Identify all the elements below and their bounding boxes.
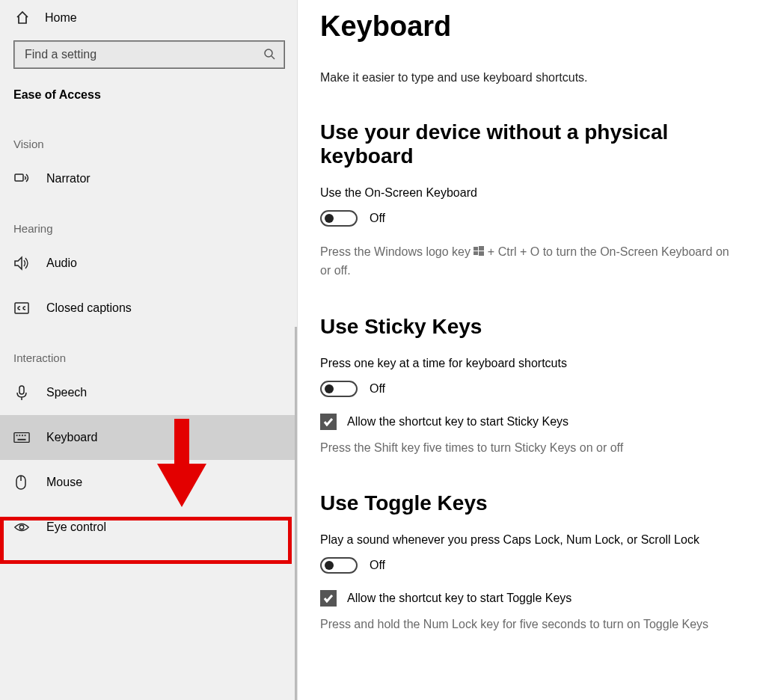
sidebar-item-closed-captions[interactable]: Closed captions bbox=[0, 286, 297, 331]
group-interaction-title: Interaction bbox=[0, 331, 297, 370]
audio-icon bbox=[13, 255, 30, 271]
sticky-shortcut-checkbox[interactable] bbox=[320, 414, 337, 430]
svg-rect-7 bbox=[19, 435, 20, 436]
svg-rect-3 bbox=[15, 303, 28, 313]
search-input[interactable] bbox=[14, 48, 254, 61]
svg-rect-17 bbox=[479, 251, 484, 256]
onscreen-keyboard-toggle[interactable] bbox=[320, 210, 358, 227]
sidebar-item-label: Eye control bbox=[46, 521, 106, 534]
svg-rect-14 bbox=[474, 247, 478, 251]
sidebar-item-label: Audio bbox=[46, 257, 77, 270]
category-title: Ease of Access bbox=[0, 85, 297, 117]
svg-point-13 bbox=[19, 525, 24, 529]
svg-rect-8 bbox=[22, 435, 23, 436]
windows-logo-icon bbox=[474, 244, 484, 254]
page-title: Keyboard bbox=[320, 10, 739, 43]
svg-rect-15 bbox=[479, 246, 484, 251]
section-togglekeys-title: Use Toggle Keys bbox=[320, 491, 739, 515]
togglekeys-label: Play a sound whenever you press Caps Loc… bbox=[320, 533, 739, 547]
narrator-icon bbox=[13, 171, 30, 187]
sidebar-item-keyboard[interactable]: Keyboard bbox=[0, 415, 297, 460]
sticky-checkbox-label: Allow the shortcut key to start Sticky K… bbox=[347, 415, 569, 429]
scrollbar[interactable] bbox=[295, 327, 297, 700]
closed-captions-icon bbox=[13, 300, 30, 316]
togglekeys-hint: Press and hold the Num Lock key for five… bbox=[320, 615, 739, 634]
svg-rect-6 bbox=[16, 435, 18, 436]
sidebar-item-eye-control[interactable]: Eye control bbox=[0, 505, 297, 550]
section-onscreen-title: Use your device without a physical keybo… bbox=[320, 120, 739, 168]
svg-rect-16 bbox=[474, 251, 478, 255]
sidebar-item-mouse[interactable]: Mouse bbox=[0, 460, 297, 505]
svg-rect-2 bbox=[15, 174, 23, 181]
keyboard-icon bbox=[13, 431, 30, 444]
sidebar-item-label: Narrator bbox=[46, 172, 91, 185]
eye-icon bbox=[13, 521, 30, 533]
svg-rect-4 bbox=[19, 386, 24, 394]
search-icon bbox=[254, 48, 284, 62]
sticky-hint: Press the Shift key five times to turn S… bbox=[320, 439, 739, 458]
sticky-keys-toggle[interactable] bbox=[320, 381, 358, 397]
togglekeys-checkbox-label: Allow the shortcut key to start Toggle K… bbox=[347, 592, 571, 605]
group-vision-title: Vision bbox=[0, 117, 297, 156]
onscreen-hint: Press the Windows logo key + Ctrl + O to… bbox=[320, 243, 739, 280]
sidebar-item-label: Speech bbox=[46, 386, 87, 399]
sidebar: Home Ease of Access Vision Narrator Hear… bbox=[0, 0, 298, 700]
page-subtitle: Make it easier to type and use keyboard … bbox=[320, 71, 739, 85]
section-sticky-title: Use Sticky Keys bbox=[320, 315, 739, 339]
main-content: Keyboard Make it easier to type and use … bbox=[298, 0, 760, 700]
sidebar-item-speech[interactable]: Speech bbox=[0, 370, 297, 415]
mouse-icon bbox=[13, 474, 30, 491]
sticky-toggle-state: Off bbox=[370, 382, 385, 396]
group-hearing-title: Hearing bbox=[0, 201, 297, 241]
togglekeys-toggle-state: Off bbox=[370, 559, 385, 572]
home-label: Home bbox=[45, 11, 77, 25]
toggle-keys-toggle[interactable] bbox=[320, 557, 358, 574]
search-box[interactable] bbox=[13, 40, 285, 69]
onscreen-toggle-state: Off bbox=[370, 212, 385, 225]
microphone-icon bbox=[13, 384, 30, 401]
svg-rect-10 bbox=[18, 439, 26, 440]
sidebar-item-home[interactable]: Home bbox=[0, 0, 297, 36]
sidebar-item-audio[interactable]: Audio bbox=[0, 241, 297, 286]
svg-line-1 bbox=[272, 56, 275, 59]
sticky-label: Press one key at a time for keyboard sho… bbox=[320, 357, 739, 370]
home-icon bbox=[15, 10, 30, 25]
sidebar-item-label: Keyboard bbox=[46, 431, 98, 444]
svg-point-0 bbox=[265, 49, 272, 57]
svg-rect-9 bbox=[25, 435, 26, 436]
onscreen-label: Use the On-Screen Keyboard bbox=[320, 186, 739, 200]
togglekeys-shortcut-checkbox[interactable] bbox=[320, 590, 337, 607]
sidebar-item-label: Mouse bbox=[46, 476, 82, 489]
sidebar-item-narrator[interactable]: Narrator bbox=[0, 156, 297, 201]
svg-rect-5 bbox=[14, 433, 29, 443]
sidebar-item-label: Closed captions bbox=[46, 301, 132, 315]
